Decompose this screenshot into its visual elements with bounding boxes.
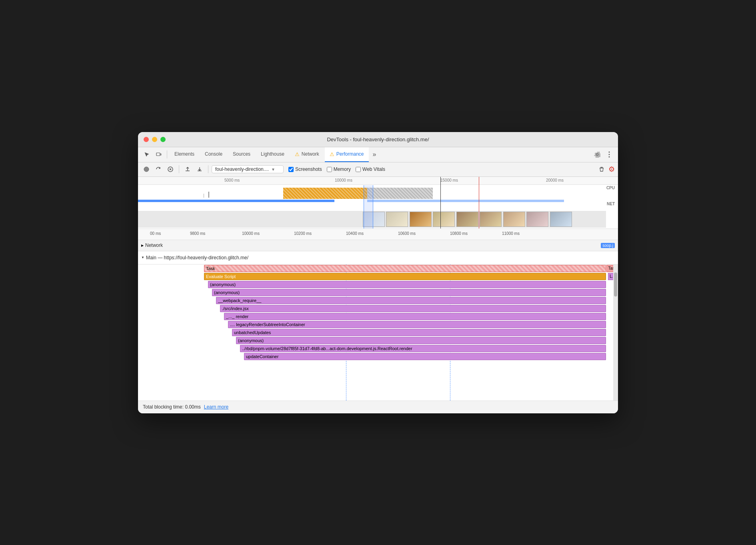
ruler-10000ms: 10000 ms [335, 178, 352, 182]
scroll-thumb[interactable] [614, 272, 617, 297]
src-index-label: ./src/index.jsx [222, 306, 249, 311]
maximize-button[interactable] [160, 137, 166, 142]
zoom-10000ms: 10000 ms [242, 231, 260, 236]
zoom-11000ms: 11000 ms [502, 231, 520, 236]
tab-sources[interactable]: Sources [228, 147, 255, 162]
svg-point-3 [609, 154, 610, 155]
svg-point-5 [144, 167, 149, 172]
rbd-row[interactable]: ../rbd/pnpm-volume/28d7f85f-31d7-4fd8-ab… [138, 345, 618, 353]
flame-scrollbar[interactable] [613, 264, 618, 401]
legacy-render-label: .... legacyRenderSubtreeIntoContainer [230, 322, 305, 327]
settings-icon[interactable] [592, 149, 603, 160]
learn-more-link[interactable]: Learn more [204, 404, 228, 410]
tab-console[interactable]: Console [200, 147, 227, 162]
anon-row-1[interactable]: (anonymous) [138, 281, 618, 289]
anon-row-3[interactable]: (anonymous) [138, 337, 618, 345]
main-section: ▼ Main — https://foul-heavenly-direction… [138, 251, 618, 264]
rbd-label: ../rbd/pnpm-volume/28d7f85f-31d7-4fd8-ab… [242, 346, 412, 351]
download-button[interactable] [194, 164, 205, 174]
zoom-9800ms: 9800 ms [190, 231, 205, 236]
network-collapse-icon[interactable]: ▶ [141, 244, 144, 247]
status-bar: Total blocking time: 0.00ms Learn more [138, 401, 618, 413]
clear-button[interactable] [596, 164, 607, 174]
timeline-overview: 5000 ms 10000 ms 15000 ms 20000 ms CPU [138, 177, 618, 229]
network-row-label: Network [145, 242, 163, 248]
anon-bar-2: (anonymous) [212, 289, 606, 296]
unbatched-label: unbatchedUpdates [234, 330, 271, 335]
screenshots-strip [138, 211, 606, 228]
more-tabs-button[interactable]: » [370, 147, 380, 162]
minimize-button[interactable] [152, 137, 157, 142]
evaluate-script-bar: Evaluate Script [204, 273, 606, 280]
memory-checkbox-label[interactable]: Memory [327, 166, 351, 172]
update-container-row[interactable]: updateContainer [138, 353, 618, 361]
render-label: _..._ render [226, 314, 248, 319]
main-collapse-icon[interactable]: ▼ [141, 256, 144, 259]
legacy-render-row[interactable]: .... legacyRenderSubtreeIntoContainer [138, 321, 618, 329]
unbatched-row[interactable]: unbatchedUpdates [138, 329, 618, 337]
web-vitals-checkbox[interactable] [356, 167, 361, 172]
screenshots-checkbox-label[interactable]: Screenshots [288, 166, 322, 172]
stop-button[interactable] [165, 164, 176, 174]
screenshots-checkbox[interactable] [288, 167, 294, 172]
reload-button[interactable] [153, 164, 164, 174]
webpack-row[interactable]: __webpack_require__ [138, 297, 618, 305]
anon-label-1: (anonymous) [210, 282, 236, 287]
close-button[interactable] [144, 137, 149, 142]
zoom-00ms: 00 ms [150, 231, 161, 236]
zoom-10400ms: 10400 ms [346, 231, 364, 236]
tab-network[interactable]: ⚠ Network [290, 147, 324, 162]
zoom-10800ms: 10800 ms [450, 231, 468, 236]
ruler-5000ms: 5000 ms [224, 178, 240, 182]
cursor-icon[interactable] [141, 149, 152, 160]
render-bar: _..._ render [224, 313, 606, 320]
ruler-20000ms: 20000 ms [546, 178, 564, 182]
toolbar-divider-2 [208, 165, 208, 173]
unbatched-bar: unbatchedUpdates [232, 329, 606, 336]
title-bar: DevTools - foul-heavenly-direction.glitc… [138, 132, 618, 147]
performance-warn-icon: ⚠ [330, 151, 334, 157]
capture-settings-icon[interactable]: ⚙ [608, 165, 615, 174]
main-section-header: ▼ Main — https://foul-heavenly-direction… [138, 253, 618, 262]
cpu-track [138, 186, 606, 200]
network-section-row: ▶ Network soop.j [138, 240, 618, 251]
upload-button[interactable] [182, 164, 193, 174]
anon-row-2[interactable]: (anonymous) [138, 289, 618, 297]
evaluate-script-label: Evaluate Script [206, 274, 236, 279]
legacy-render-bar: .... legacyRenderSubtreeIntoContainer [228, 321, 606, 328]
ruler-15000ms: 15000 ms [440, 178, 458, 182]
record-button[interactable] [141, 164, 152, 174]
render-row[interactable]: _..._ render [138, 313, 618, 321]
svg-point-2 [609, 152, 610, 153]
zoom-ruler: 00 ms 9800 ms 10000 ms 10200 ms 10400 ms… [138, 229, 618, 240]
device-toggle-icon[interactable] [153, 149, 164, 160]
toolbar-divider-1 [179, 165, 179, 173]
zoom-10200ms: 10200 ms [294, 231, 312, 236]
update-container-bar: updateContainer [244, 353, 606, 360]
evaluate-script-row[interactable]: Evaluate Script L...t [138, 272, 618, 281]
url-dropdown[interactable]: foul-heavenly-direction.... ▼ [212, 165, 284, 173]
anon-bar-1: (anonymous) [208, 281, 606, 288]
network-warn-icon: ⚠ [295, 151, 300, 157]
src-index-row[interactable]: ./src/index.jsx [138, 305, 618, 313]
tab-lighthouse[interactable]: Lighthouse [256, 147, 289, 162]
more-options-icon[interactable] [604, 149, 615, 160]
anon-label-3: (anonymous) [238, 338, 264, 343]
task-row[interactable]: Task Task [138, 264, 618, 272]
window-controls [144, 137, 166, 142]
webpack-bar: __webpack_require__ [216, 297, 606, 304]
tab-elements[interactable]: Elements [170, 147, 199, 162]
tab-bar: Elements Console Sources Lighthouse ⚠ Ne… [138, 147, 618, 162]
memory-checkbox[interactable] [327, 167, 332, 172]
net-label: NET [607, 202, 615, 206]
zoom-10600ms: 10600 ms [398, 231, 416, 236]
tab-divider [167, 150, 167, 158]
src-index-bar: ./src/index.jsx [220, 305, 606, 312]
window-title: DevTools - foul-heavenly-direction.glitc… [327, 136, 429, 142]
flame-chart: Task Task Evaluate Script L...t (anonymo… [138, 264, 618, 401]
svg-rect-1 [160, 154, 161, 155]
svg-rect-0 [156, 153, 160, 156]
task-label: Task [206, 266, 215, 271]
web-vitals-checkbox-label[interactable]: Web Vitals [356, 166, 385, 172]
tab-performance[interactable]: ⚠ Performance [325, 147, 369, 162]
